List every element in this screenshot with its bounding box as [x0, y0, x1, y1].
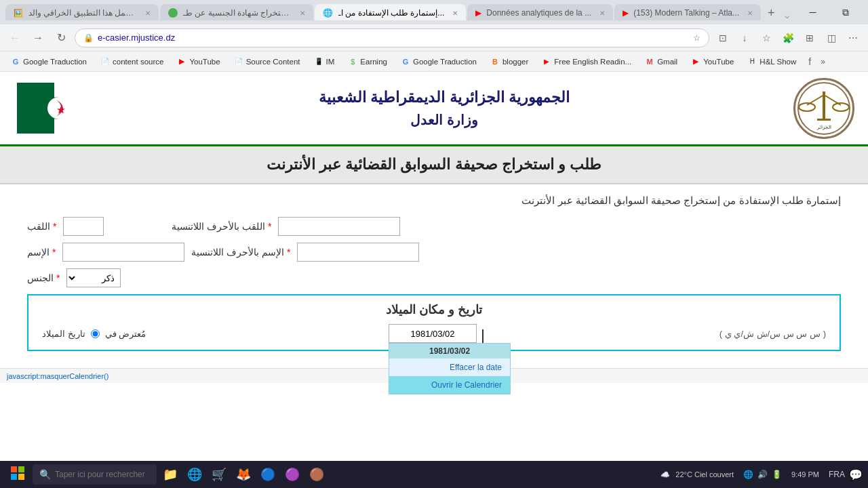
bookmark-content-source[interactable]: 📄 content source: [95, 55, 169, 68]
birth-date-radio-label: مُعترض في: [105, 329, 146, 339]
efface-date-button[interactable]: Effacer la date: [389, 359, 510, 376]
bookmark-gmail[interactable]: M Gmail: [639, 55, 683, 68]
language-indicator[interactable]: FRA: [829, 470, 845, 479]
taskbar-edge-icon[interactable]: 🌐: [184, 464, 205, 485]
start-button[interactable]: [5, 464, 30, 486]
facebook-icon[interactable]: f: [804, 55, 815, 68]
tab-5[interactable]: ▶ (153) Modern Talking – Atla... ✕: [614, 4, 761, 20]
close-button[interactable]: ✕: [863, 3, 868, 22]
address-text: e-casier.mjustice.dz: [98, 33, 689, 43]
date-value-display: 1981/03/02: [389, 344, 510, 359]
forward-button[interactable]: →: [28, 28, 47, 47]
tab-4[interactable]: ▶ Données analytiques de la ... ✕: [467, 4, 613, 20]
battery-icon[interactable]: 🔋: [772, 470, 782, 479]
first-name-arabic-input[interactable]: [62, 243, 184, 262]
bookmark-youtube-2[interactable]: ▶ YouTube: [686, 55, 739, 68]
address-bar-container[interactable]: 🔒 e-casier.mjustice.dz ☆: [75, 28, 709, 47]
bookmark-earning[interactable]: $ Earning: [342, 55, 393, 68]
bookmark-label: Earning: [360, 58, 387, 66]
bookmark-label: H&L Show: [760, 58, 796, 66]
taskbar-app2-icon[interactable]: 🟤: [306, 464, 328, 485]
bookmark-label: content source: [113, 58, 163, 66]
minimize-button[interactable]: ─: [797, 3, 829, 22]
gender-select[interactable]: ذكر: [66, 268, 121, 287]
source-content-icon: 📄: [234, 57, 243, 66]
tab-5-close[interactable]: ✕: [747, 9, 753, 17]
tab-2[interactable]: استخراج شهادة الجنسية عن طـ... ✕: [160, 4, 313, 20]
hl-show-icon: H: [747, 57, 757, 66]
star-bookmark-icon[interactable]: ☆: [693, 33, 701, 43]
back-button[interactable]: ←: [5, 28, 24, 47]
title-bar: 🖼️ حمل هذا التطبيق الخرافي والد... ✕ است…: [0, 0, 868, 24]
collections-icon[interactable]: ⊞: [800, 28, 819, 47]
chrome-icon: 🔵: [260, 467, 275, 482]
network-icon[interactable]: 🌐: [743, 470, 753, 479]
bookmark-blogger[interactable]: B blogger: [485, 55, 534, 68]
taskbar-weather: ☁️ 22°C Ciel couvert: [655, 470, 739, 479]
taskbar-store-icon[interactable]: 🛒: [208, 464, 230, 485]
new-tab-button[interactable]: +: [762, 6, 781, 20]
download-icon[interactable]: ↓: [735, 28, 754, 47]
ministry-header: الجمهورية الجزائرية الديمقراطية الشعبية …: [0, 72, 868, 146]
tab-4-close[interactable]: ✕: [599, 9, 605, 17]
ministry-logo: الجزائر: [793, 78, 854, 139]
tab-3-close[interactable]: ✕: [452, 9, 458, 17]
taskbar-chrome-icon[interactable]: 🔵: [257, 464, 279, 485]
bookmark-free-english[interactable]: ▶ Free English Readin...: [536, 55, 637, 68]
taskbar-search-icon: 🔍: [39, 469, 51, 480]
volume-icon[interactable]: 🔊: [757, 470, 768, 479]
bookmark-youtube-1[interactable]: ▶ YouTube: [172, 55, 225, 68]
birth-date-radio-button[interactable]: [91, 329, 100, 338]
ministry-title-block: الجمهورية الجزائرية الديمقراطية الشعبية …: [95, 89, 793, 128]
taskbar-app1-icon[interactable]: 🟣: [281, 464, 303, 485]
tabs-container: 🖼️ حمل هذا التطبيق الخرافي والد... ✕ است…: [5, 4, 792, 20]
free-english-icon: ▶: [542, 57, 551, 66]
tab-1-close[interactable]: ✕: [145, 9, 151, 17]
svg-rect-16: [18, 474, 24, 480]
maximize-button[interactable]: ⧉: [830, 3, 861, 22]
taskbar-file-explorer-icon[interactable]: 📁: [159, 464, 181, 485]
sidebar-icon[interactable]: ◫: [822, 28, 841, 47]
tab-5-label: (153) Modern Talking – Atla...: [633, 8, 739, 18]
bookmark-label: Google Traduction: [23, 58, 87, 66]
tab-3[interactable]: 🌐 إستمارة طلب الإستفادة من اـ... ✕: [315, 4, 466, 20]
more-bookmarks-button[interactable]: »: [818, 56, 828, 68]
last-name-input[interactable]: [278, 217, 400, 236]
bookmark-google-traduction[interactable]: G Google Traduction: [5, 55, 92, 68]
google-translate-2-icon: G: [401, 57, 410, 66]
bookmark-im[interactable]: 📱 IM: [309, 55, 340, 68]
taskbar-clock[interactable]: 9:49 PM: [786, 470, 825, 479]
notification-icon[interactable]: 💬: [849, 468, 863, 481]
gender-label: * الجنس: [27, 272, 60, 283]
first-name-latin-label: * الإسم بالأحرف اللاتنسية: [191, 247, 290, 258]
settings-icon[interactable]: ⋯: [844, 28, 863, 47]
form-subtitle: إستمارة طلب الإستفادة من إستخراج صحيفة ا…: [27, 195, 841, 207]
first-name-label: * الإسم: [27, 247, 56, 258]
taskbar-search-input[interactable]: [55, 470, 150, 479]
taskbar-search-box[interactable]: 🔍: [33, 464, 157, 485]
bookmark-google-traduction-2[interactable]: G Google Traduction: [395, 55, 482, 68]
tab-3-label: إستمارة طلب الإستفادة من اـ...: [338, 8, 444, 18]
date-format-hint: ( س س س س/ش ش/ي ي ): [719, 329, 826, 339]
favorite-icon[interactable]: ☆: [757, 28, 776, 47]
youtube-2-icon: ▶: [691, 57, 701, 66]
tab-2-close[interactable]: ✕: [300, 9, 305, 17]
birth-date-input[interactable]: [389, 324, 477, 343]
required-star-4: *: [52, 247, 56, 258]
taskbar-firefox-icon[interactable]: 🦊: [233, 464, 254, 485]
first-name-input[interactable]: [297, 243, 419, 262]
expand-tabs-button[interactable]: ⌵: [782, 11, 792, 20]
bookmark-hl-show[interactable]: H H&L Show: [742, 55, 802, 68]
open-calendar-button[interactable]: Ouvrir le Calendrier: [389, 376, 510, 394]
last-name-arabic-input[interactable]: [63, 217, 104, 236]
tab-3-favicon: 🌐: [323, 8, 333, 18]
tab-1[interactable]: 🖼️ حمل هذا التطبيق الخرافي والد... ✕: [5, 4, 159, 20]
bookmark-source-content[interactable]: 📄 Source Content: [229, 55, 306, 68]
blogger-icon: B: [490, 57, 500, 66]
screen-capture-icon[interactable]: ⊡: [713, 28, 732, 47]
app2-icon: 🟤: [309, 467, 324, 482]
extensions-icon[interactable]: 🧩: [778, 28, 797, 47]
last-name-latin-label: * اللقب بالأحرف اللاتنسية: [172, 221, 271, 232]
reload-button[interactable]: ↻: [52, 28, 71, 47]
navigation-bar: ← → ↻ 🔒 e-casier.mjustice.dz ☆ ⊡ ↓ ☆ 🧩 ⊞…: [0, 24, 868, 52]
